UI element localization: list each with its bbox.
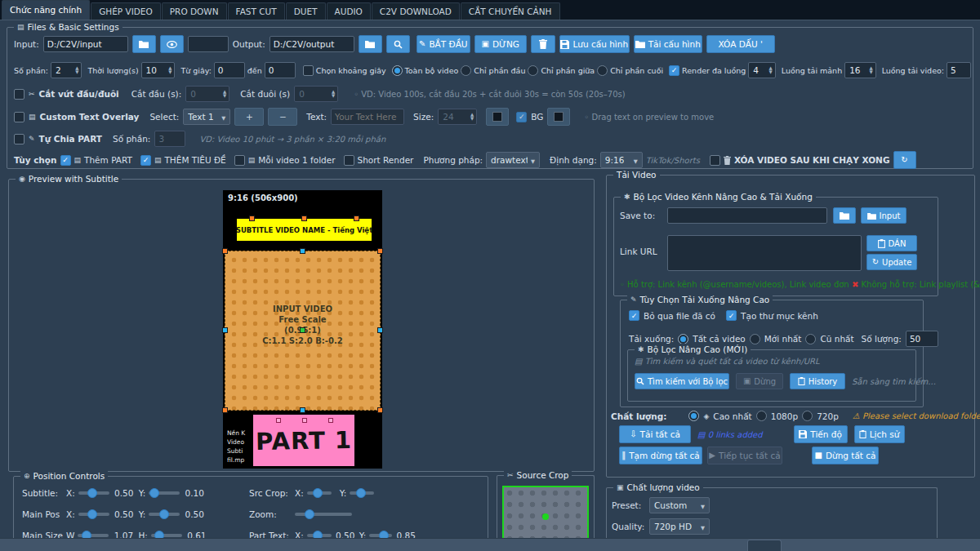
drag-handle[interactable] — [276, 418, 281, 423]
resize-handle[interactable] — [300, 407, 305, 413]
drag-handle[interactable] — [354, 216, 359, 221]
srccrop-x-slider[interactable] — [307, 491, 332, 495]
tab-ghep-video[interactable]: GHÉP VIDEO — [91, 2, 161, 20]
phan-cuoi-radio[interactable] — [597, 65, 608, 76]
zoom-slider[interactable] — [295, 513, 352, 516]
them-part-checkbox[interactable] — [60, 155, 71, 166]
history2-button[interactable]: Lịch sử — [854, 425, 905, 443]
phan-giua-radio[interactable] — [528, 65, 538, 76]
resize-handle[interactable] — [222, 248, 228, 254]
spinner-arrows-icon[interactable] — [866, 66, 875, 74]
tab-audio[interactable]: AUDIO — [327, 2, 371, 20]
method-dropdown[interactable]: drawtext — [486, 152, 540, 168]
subtitle-x-slider[interactable] — [78, 491, 109, 495]
input-browse-button[interactable] — [132, 35, 156, 53]
drag-handle[interactable] — [249, 216, 255, 221]
stop-button[interactable]: ▣DỪNG — [474, 35, 527, 53]
thoi-luong-spinner[interactable]: 10 — [141, 62, 176, 78]
clear-mark-button[interactable]: XÓA DẤU ' — [706, 35, 775, 53]
input-preview-button[interactable] — [160, 35, 184, 53]
tab-cat-chuyen-canh[interactable]: CẮT CHUYỂN CẢNH — [461, 2, 560, 20]
drag-handle[interactable] — [302, 418, 307, 423]
spinner-arrows-icon[interactable] — [73, 66, 81, 74]
subtitle-overlay[interactable]: SUBTITLE VIDEO NAME - Tiếng Việt — [237, 219, 372, 241]
tab-c2v-download[interactable]: C2V DOWNLOAD — [372, 2, 460, 20]
srccrop-y-slider[interactable] — [350, 491, 374, 495]
phan-dau-radio[interactable] — [461, 65, 471, 76]
short-render-checkbox[interactable] — [344, 155, 354, 166]
save-to-field[interactable] — [667, 207, 827, 224]
format-dropdown[interactable]: 9:16 — [600, 152, 643, 168]
render-threads-spinner[interactable]: 4 — [748, 62, 775, 78]
quality-dropdown[interactable]: 720p HD — [649, 518, 710, 535]
tab-chuc-nang-chinh[interactable]: Chức năng chính — [2, 0, 90, 20]
den-field[interactable] — [265, 62, 296, 78]
so-phan-spinner[interactable]: 2 — [51, 62, 82, 78]
link-url-textarea[interactable] — [667, 235, 862, 271]
crop-center-dot[interactable] — [542, 513, 549, 520]
save-to-browse-button[interactable] — [833, 207, 856, 224]
preset-dropdown[interactable]: Custom — [649, 497, 710, 513]
use-input-button[interactable]: Input — [861, 207, 906, 224]
drag-handle[interactable] — [328, 418, 333, 423]
mainpos-y-slider[interactable] — [149, 513, 180, 516]
download-all-button[interactable]: ⇩ Tải tất cả — [619, 425, 691, 443]
q720-radio[interactable] — [802, 411, 813, 421]
resize-handle[interactable] — [222, 327, 228, 333]
preview-canvas[interactable]: 9:16 (506x900) Nền KVideo Subtifil.mp SU… — [223, 190, 382, 469]
remove-text-button[interactable]: − — [268, 108, 297, 126]
bg-color-button[interactable] — [547, 108, 570, 126]
custom-text-overlay-checkbox[interactable] — [14, 112, 24, 122]
spinner-arrows-icon[interactable] — [166, 66, 174, 74]
output-clean-button[interactable] — [386, 35, 410, 53]
pause-all-button[interactable]: ‖ Tạm dừng tất cả — [619, 447, 702, 464]
search-with-filter-button[interactable]: Tìm kiếm với Bộ lọc — [635, 373, 729, 389]
parttext-y-slider[interactable] — [369, 534, 392, 537]
load-config-button[interactable]: Tải cấu hình — [634, 35, 702, 53]
xoa-video-checkbox[interactable] — [710, 155, 720, 166]
all-videos-radio[interactable] — [678, 334, 688, 344]
start-button[interactable]: ✎BẮT ĐẦU — [416, 35, 470, 53]
parttext-x-slider[interactable] — [307, 534, 332, 537]
create-channel-folder-checkbox[interactable] — [726, 310, 737, 321]
bg-checkbox[interactable] — [516, 112, 527, 122]
part-text-overlay[interactable]: PART 1 — [253, 415, 354, 466]
mainsize-h-slider[interactable] — [151, 534, 182, 537]
mainsize-w-slider[interactable] — [78, 534, 109, 537]
save-config-button[interactable]: Lưu cấu hình — [559, 35, 630, 53]
refresh-button[interactable]: ↻ — [893, 151, 916, 169]
center-handle[interactable] — [300, 327, 305, 333]
them-tieu-de-checkbox[interactable] — [140, 155, 151, 166]
render-da-luong-checkbox[interactable] — [669, 65, 679, 76]
resize-handle[interactable] — [300, 248, 305, 254]
tab-duet[interactable]: DUET — [286, 2, 326, 20]
spinner-arrows-icon[interactable] — [767, 66, 775, 74]
resize-handle[interactable] — [377, 407, 383, 413]
bottom-partial-button[interactable] — [747, 540, 782, 551]
mainpos-x-slider[interactable] — [78, 513, 109, 516]
progress-button[interactable]: Tiến độ — [794, 425, 848, 443]
moi-video-folder-checkbox[interactable] — [234, 155, 245, 166]
extra-field[interactable] — [188, 36, 229, 52]
best-quality-radio[interactable] — [688, 411, 699, 421]
history-button[interactable]: History — [790, 373, 845, 389]
text-select-dropdown[interactable]: Text 1 — [183, 109, 230, 125]
overlay-text-field[interactable] — [331, 109, 404, 125]
oldest-radio[interactable] — [805, 334, 816, 344]
chon-khoang-checkbox[interactable] — [303, 65, 314, 76]
subtitle-y-slider[interactable] — [149, 491, 180, 495]
luong-tai-video-field[interactable] — [947, 62, 971, 78]
update-button[interactable]: ↻ Update — [866, 254, 917, 270]
text-color-button[interactable] — [486, 108, 509, 126]
toan-bo-radio[interactable] — [392, 65, 403, 76]
cat-vut-checkbox[interactable] — [14, 89, 24, 100]
output-browse-button[interactable] — [359, 35, 382, 53]
skip-existing-checkbox[interactable] — [629, 310, 639, 321]
output-path-field[interactable] — [270, 36, 354, 52]
resize-handle[interactable] — [377, 327, 383, 333]
tu-chia-part-checkbox[interactable] — [14, 134, 24, 144]
drag-handle[interactable] — [301, 216, 307, 221]
paste-button[interactable]: DÁN — [866, 235, 917, 251]
newest-radio[interactable] — [750, 334, 760, 344]
add-text-button[interactable]: + — [234, 108, 264, 126]
